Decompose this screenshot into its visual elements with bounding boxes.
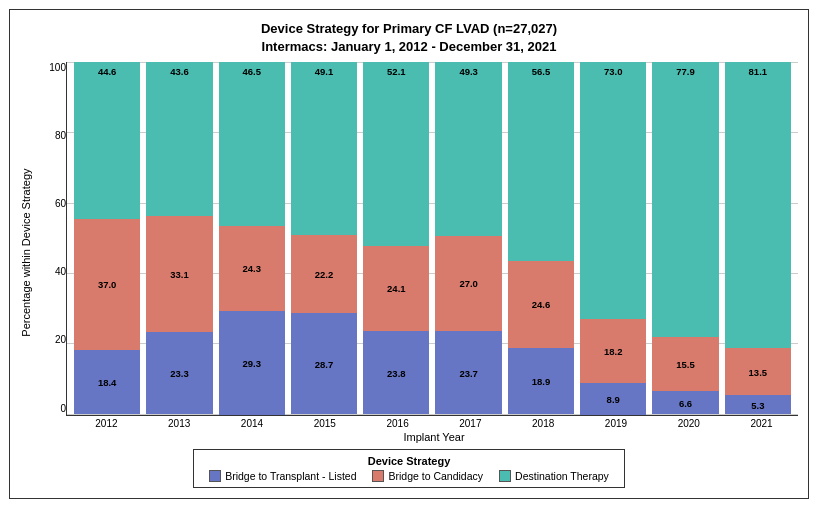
bar-label-dt: 81.1 bbox=[749, 66, 768, 77]
chart-area: Percentage within Device Strategy 020406… bbox=[20, 62, 798, 443]
chart-title-line2: Intermacs: January 1, 2012 - December 31… bbox=[261, 38, 557, 56]
bar-label-dt: 56.5 bbox=[532, 66, 551, 77]
legend-color-box bbox=[372, 470, 384, 482]
bar-segment-dt: 56.5 bbox=[508, 62, 574, 261]
bar-label-btc: 22.2 bbox=[315, 269, 334, 280]
bar-segment-btc: 18.2 bbox=[580, 319, 646, 383]
bar-segment-dt: 46.5 bbox=[219, 62, 285, 226]
y-tick: 80 bbox=[55, 130, 66, 141]
bar-segment-btt: 23.7 bbox=[435, 331, 501, 415]
bar-group: 49.122.228.7 bbox=[288, 62, 360, 415]
bar-label-btc: 15.5 bbox=[676, 358, 695, 369]
x-tick: 2021 bbox=[725, 418, 798, 429]
x-tick: 2012 bbox=[70, 418, 143, 429]
bar-group: 81.113.55.3 bbox=[722, 62, 794, 415]
bar-label-btc: 13.5 bbox=[749, 366, 768, 377]
bar-label-dt: 43.6 bbox=[170, 66, 189, 77]
bar-segment-dt: 73.0 bbox=[580, 62, 646, 319]
bar-segment-btc: 33.1 bbox=[146, 216, 212, 333]
bar-group: 43.633.123.3 bbox=[143, 62, 215, 415]
x-tick: 2018 bbox=[507, 418, 580, 429]
bar-label-btc: 37.0 bbox=[98, 279, 117, 290]
x-tick: 2019 bbox=[580, 418, 653, 429]
bar-segment-dt: 81.1 bbox=[725, 62, 791, 348]
bar-segment-btt: 18.9 bbox=[508, 348, 574, 415]
bar-label-btc: 24.6 bbox=[532, 299, 551, 310]
bar-label-dt: 44.6 bbox=[98, 66, 117, 77]
legend-item-label: Bridge to Candidacy bbox=[388, 470, 483, 482]
bar-label-btt: 23.8 bbox=[387, 367, 406, 378]
bar-segment-btc: 13.5 bbox=[725, 348, 791, 396]
x-tick: 2013 bbox=[143, 418, 216, 429]
bar-group: 49.327.023.7 bbox=[432, 62, 504, 415]
legend-item: Bridge to Transplant - Listed bbox=[209, 470, 356, 482]
bar-label-btt: 5.3 bbox=[751, 399, 764, 410]
bars-row: 44.637.018.443.633.123.346.524.329.349.1… bbox=[67, 62, 798, 415]
y-tick: 40 bbox=[55, 266, 66, 277]
legend-title: Device Strategy bbox=[368, 455, 451, 467]
bar-segment-dt: 49.1 bbox=[291, 62, 357, 235]
bar-label-btc: 18.2 bbox=[604, 346, 623, 357]
x-axis-label: Implant Year bbox=[70, 431, 798, 443]
bar-group: 44.637.018.4 bbox=[71, 62, 143, 415]
legend-item: Bridge to Candidacy bbox=[372, 470, 483, 482]
bar-group: 73.018.28.9 bbox=[577, 62, 649, 415]
bar-segment-dt: 52.1 bbox=[363, 62, 429, 246]
bar-segment-btt: 6.6 bbox=[652, 391, 718, 414]
x-axis: 2012201320142015201620172018201920202021 bbox=[70, 418, 798, 429]
bar-segment-btt: 23.8 bbox=[363, 331, 429, 415]
x-tick: 2017 bbox=[434, 418, 507, 429]
bar-label-btc: 24.1 bbox=[387, 283, 406, 294]
chart-title-line1: Device Strategy for Primary CF LVAD (n=2… bbox=[261, 20, 557, 38]
bar-label-dt: 77.9 bbox=[676, 66, 695, 77]
legend-item-label: Bridge to Transplant - Listed bbox=[225, 470, 356, 482]
bar-label-btc: 24.3 bbox=[242, 263, 261, 274]
bar-label-btt: 29.3 bbox=[242, 357, 261, 368]
bar-segment-dt: 49.3 bbox=[435, 62, 501, 236]
bar-label-btt: 23.3 bbox=[170, 368, 189, 379]
bar-label-btt: 6.6 bbox=[679, 397, 692, 408]
bar-label-dt: 49.1 bbox=[315, 66, 334, 77]
bar-label-dt: 52.1 bbox=[387, 66, 406, 77]
legend: Device Strategy Bridge to Transplant - L… bbox=[193, 449, 625, 488]
bar-label-btc: 33.1 bbox=[170, 268, 189, 279]
x-tick: 2016 bbox=[361, 418, 434, 429]
chart-inner: 020406080100 44.637.018.443.633.123.346.… bbox=[36, 62, 798, 443]
bar-segment-btc: 37.0 bbox=[74, 219, 140, 349]
y-tick: 60 bbox=[55, 198, 66, 209]
bar-label-dt: 73.0 bbox=[604, 66, 623, 77]
y-axis: 020406080100 bbox=[36, 62, 66, 416]
bar-segment-btc: 24.3 bbox=[219, 226, 285, 312]
bar-segment-btt: 29.3 bbox=[219, 311, 285, 414]
legend-color-box bbox=[499, 470, 511, 482]
bar-segment-btt: 8.9 bbox=[580, 383, 646, 414]
bar-segment-btc: 24.1 bbox=[363, 246, 429, 331]
bar-group: 77.915.56.6 bbox=[649, 62, 721, 415]
bar-segment-btt: 23.3 bbox=[146, 332, 212, 414]
bar-segment-dt: 43.6 bbox=[146, 62, 212, 216]
bar-label-btt: 8.9 bbox=[607, 393, 620, 404]
bar-group: 56.524.618.9 bbox=[505, 62, 577, 415]
y-tick: 20 bbox=[55, 334, 66, 345]
bar-label-btt: 18.9 bbox=[532, 376, 551, 387]
bar-label-dt: 46.5 bbox=[242, 66, 261, 77]
bar-label-btt: 28.7 bbox=[315, 358, 334, 369]
bar-label-dt: 49.3 bbox=[459, 66, 478, 77]
x-tick: 2014 bbox=[216, 418, 289, 429]
bar-label-btt: 23.7 bbox=[459, 367, 478, 378]
chart-title: Device Strategy for Primary CF LVAD (n=2… bbox=[261, 20, 557, 56]
legend-color-box bbox=[209, 470, 221, 482]
y-tick: 100 bbox=[49, 62, 66, 73]
bar-segment-btt: 18.4 bbox=[74, 350, 140, 415]
bar-segment-dt: 44.6 bbox=[74, 62, 140, 219]
legend-item: Destination Therapy bbox=[499, 470, 609, 482]
bar-group: 52.124.123.8 bbox=[360, 62, 432, 415]
legend-items: Bridge to Transplant - ListedBridge to C… bbox=[209, 470, 609, 482]
bar-label-btt: 18.4 bbox=[98, 377, 117, 388]
bar-segment-btc: 15.5 bbox=[652, 337, 718, 392]
bar-segment-dt: 77.9 bbox=[652, 62, 718, 337]
x-tick: 2015 bbox=[288, 418, 361, 429]
bar-segment-btt: 5.3 bbox=[725, 395, 791, 414]
bar-group: 46.524.329.3 bbox=[216, 62, 288, 415]
bar-label-btc: 27.0 bbox=[459, 278, 478, 289]
